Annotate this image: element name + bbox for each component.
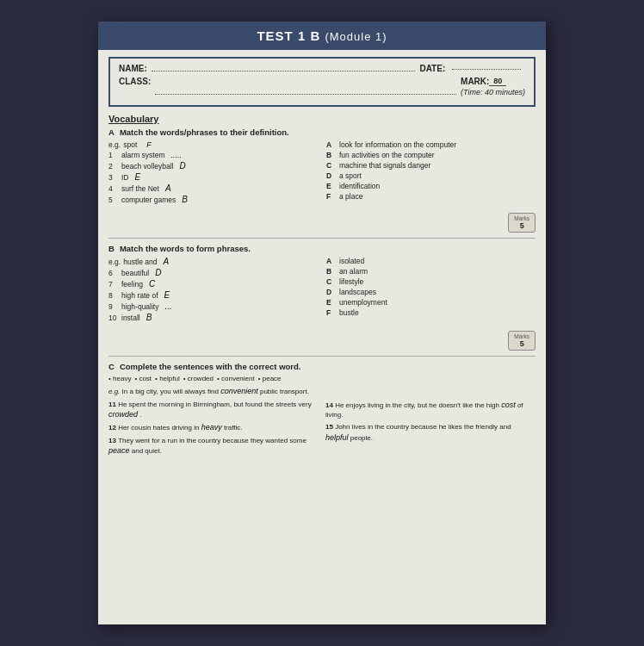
exercise-b-instruction: Match the words to form phrases. bbox=[120, 244, 251, 253]
list-item: C machine that signals danger bbox=[326, 161, 536, 170]
list-item: 6 beautiful D bbox=[108, 268, 318, 277]
exercise-c-columns: 11 He spent the morning in Birmingham, b… bbox=[108, 400, 536, 459]
list-item: 12 Her cousin hates driving in heavy tra… bbox=[108, 422, 319, 433]
name-dots bbox=[152, 64, 416, 71]
exercise-c-instruction: Complete the sentences with the correct … bbox=[120, 362, 301, 371]
exercise-c: C Complete the sentences with the correc… bbox=[108, 362, 536, 459]
list-item: 7 feeling C bbox=[108, 279, 318, 289]
divider-bc bbox=[108, 356, 536, 357]
paper-sheet: TEST 1 B (Module 1) NAME: DATE: CLASS: bbox=[98, 22, 546, 624]
mark-label: MARK: bbox=[461, 77, 489, 86]
class-label: CLASS: bbox=[119, 77, 151, 96]
word-bank: heavy cost helpful crowded convenient pe… bbox=[108, 375, 536, 382]
exercise-a-instruction: Match the words/phrases to their definit… bbox=[120, 127, 289, 137]
marks-box-b: Marks 5 bbox=[508, 331, 536, 351]
name-label: NAME: bbox=[119, 64, 147, 73]
exercise-b-columns: e.g. hustle and A 6 beautiful D 7 feelin… bbox=[108, 257, 536, 324]
vocabulary-title: Vocabulary bbox=[108, 114, 536, 124]
date-dots bbox=[452, 69, 521, 70]
list-item: C lifestyle bbox=[326, 277, 536, 286]
list-item: 11 He spent the morning in Birmingham, b… bbox=[108, 400, 319, 420]
date-label: DATE: bbox=[419, 64, 445, 73]
list-item: 8 high rate of E bbox=[108, 290, 318, 300]
exercise-c-right: 14 He enjoys living in the city, but he … bbox=[325, 400, 536, 459]
exercise-b-right: A isolated B an alarm C lifestyle D bbox=[326, 257, 536, 324]
list-item: F a place bbox=[326, 192, 536, 201]
exercise-a-columns: e.g. spot F 1 alarm system ..... 2 beach… bbox=[108, 140, 536, 206]
exercise-c-left: 11 He spent the morning in Birmingham, b… bbox=[108, 400, 319, 459]
content-area: Vocabulary A Match the words/phrases to … bbox=[98, 114, 546, 459]
time-note: (Time: 40 minutes) bbox=[461, 88, 525, 96]
example-sentence: e.g. In a big city, you will always find… bbox=[108, 386, 536, 397]
list-item: E unemployment bbox=[326, 298, 536, 307]
test-title: TEST 1 B bbox=[257, 28, 320, 43]
exercise-a-left: e.g. spot F 1 alarm system ..... 2 beach… bbox=[108, 140, 318, 206]
header-bar: TEST 1 B (Module 1) bbox=[98, 22, 546, 50]
list-item: 10 install B bbox=[108, 313, 318, 322]
list-item: 1 alarm system ..... bbox=[108, 151, 318, 159]
list-item: e.g. hustle and A bbox=[108, 257, 318, 266]
date-section: DATE: bbox=[419, 64, 525, 73]
list-item: 14 He enjoys living in the city, but he … bbox=[325, 400, 536, 420]
list-item: 5 computer games B bbox=[108, 195, 318, 204]
marks-box-a: Marks 5 bbox=[508, 213, 536, 233]
exercise-b-left: e.g. hustle and A 6 beautiful D 7 feelin… bbox=[108, 257, 318, 324]
list-item: 4 surf the Net A bbox=[108, 183, 318, 193]
list-item: F bustle bbox=[326, 308, 536, 317]
exercise-a-header: A Match the words/phrases to their defin… bbox=[108, 127, 536, 137]
list-item: A look for information on the computer bbox=[326, 140, 536, 149]
list-item: D landscapes bbox=[326, 288, 536, 296]
exercise-a-right: A look for information on the computer B… bbox=[326, 140, 536, 206]
list-item: 2 beach volleyball D bbox=[108, 161, 318, 171]
class-dots bbox=[155, 77, 456, 95]
list-item: A isolated bbox=[326, 257, 536, 265]
screen-background: TEST 1 B (Module 1) NAME: DATE: CLASS: bbox=[0, 0, 644, 646]
list-item: e.g. spot F bbox=[108, 140, 318, 149]
info-box: NAME: DATE: CLASS: MARK: 80 (T bbox=[108, 57, 536, 107]
list-item: 3 ID E bbox=[108, 172, 318, 182]
module-label: (Module 1) bbox=[325, 30, 387, 43]
mark-section: MARK: 80 (Time: 40 minutes) bbox=[461, 77, 525, 96]
list-item: 13 They went for a run in the country be… bbox=[108, 436, 319, 457]
exercise-a-label: A bbox=[108, 127, 115, 137]
exercise-b-label: B bbox=[108, 244, 115, 253]
date-row: DATE: bbox=[419, 64, 525, 73]
mark-value: 80 bbox=[489, 77, 506, 86]
divider-ab bbox=[108, 238, 536, 239]
list-item: B fun activities on the computer bbox=[326, 151, 536, 159]
list-item: E identification bbox=[326, 182, 536, 190]
list-item: D a sport bbox=[326, 171, 536, 180]
exercise-b-header: B Match the words to form phrases. bbox=[108, 244, 536, 253]
name-row: NAME: DATE: bbox=[119, 64, 525, 73]
list-item: 9 high-quality ... bbox=[108, 301, 318, 311]
class-row: CLASS: MARK: 80 (Time: 40 minutes) bbox=[119, 77, 525, 96]
mark-row: MARK: 80 bbox=[461, 77, 506, 86]
exercise-c-header: C Complete the sentences with the correc… bbox=[108, 362, 536, 371]
exercise-c-label: C bbox=[108, 362, 115, 371]
exercise-b: B Match the words to form phrases. e.g. … bbox=[108, 244, 536, 351]
list-item: 15 John lives in the country because he … bbox=[325, 422, 536, 443]
list-item: B an alarm bbox=[326, 267, 536, 276]
exercise-a: A Match the words/phrases to their defin… bbox=[108, 127, 536, 233]
